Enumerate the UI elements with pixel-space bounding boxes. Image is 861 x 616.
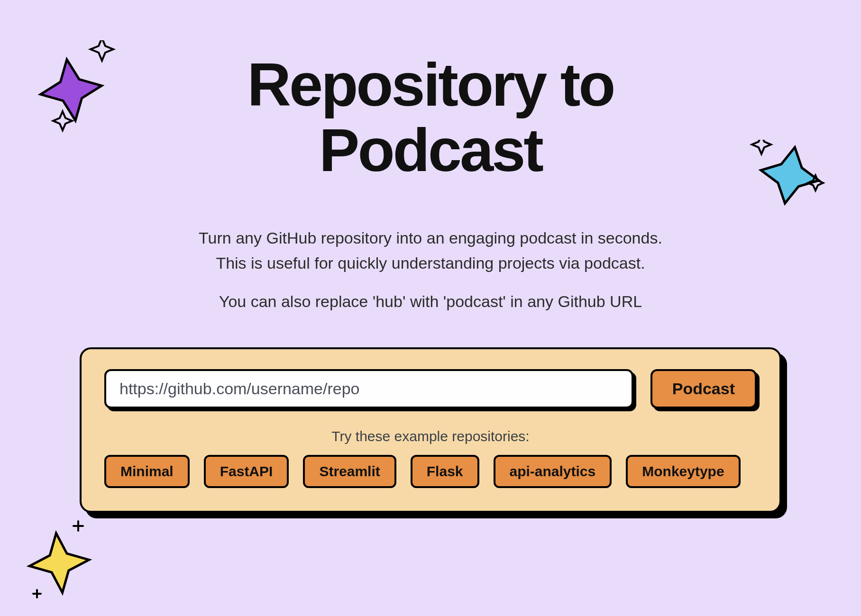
page-subtitle: Turn any GitHub repository into an engag…: [0, 226, 861, 314]
example-button-flask[interactable]: Flask: [411, 455, 479, 488]
example-button-minimal[interactable]: Minimal: [104, 455, 190, 488]
sparkle-icon: [19, 516, 104, 602]
subtitle-line: You can also replace 'hub' with 'podcast…: [0, 289, 861, 314]
subtitle-line: Turn any GitHub repository into an engag…: [0, 226, 861, 251]
page-title: Repository to Podcast: [146, 52, 715, 183]
example-button-api-analytics[interactable]: api-analytics: [494, 455, 612, 488]
example-button-streamlit[interactable]: Streamlit: [303, 455, 396, 488]
subtitle-line: This is useful for quickly understanding…: [0, 251, 861, 276]
examples-label: Try these example repositories:: [104, 428, 757, 444]
input-card: Podcast Try these example repositories: …: [80, 347, 781, 513]
example-button-monkeytype[interactable]: Monkeytype: [626, 455, 740, 488]
podcast-button[interactable]: Podcast: [650, 369, 757, 408]
example-button-fastapi[interactable]: FastAPI: [204, 455, 289, 488]
repo-url-input[interactable]: [104, 369, 633, 408]
examples-row: Minimal FastAPI Streamlit Flask api-anal…: [104, 455, 757, 488]
